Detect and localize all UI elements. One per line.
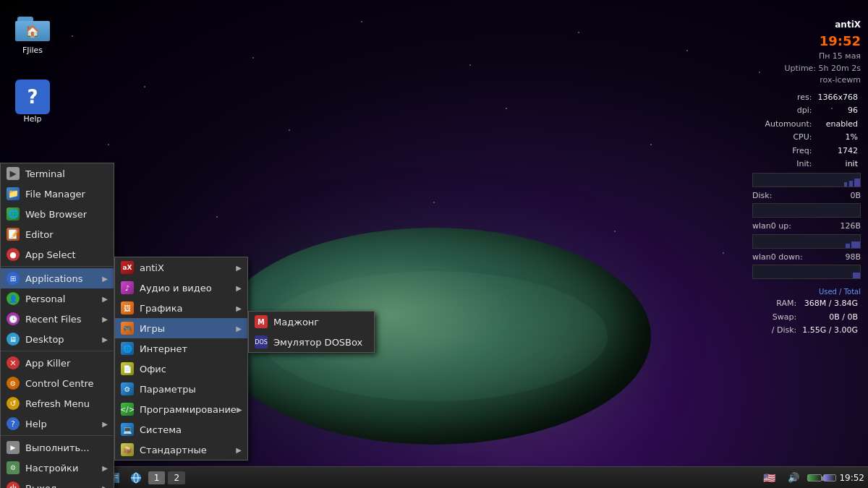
taskbar-clock: 19:52 — [839, 473, 864, 483]
antix-arrow: ▶ — [236, 264, 242, 272]
apps-submenu-graphics[interactable]: 🖼 Графика ▶ — [115, 298, 247, 318]
icon-files-label: FJiles — [22, 46, 43, 55]
sysinfo-date: Пн 15 мая — [752, 51, 861, 63]
web-browser-icon: 🌐 — [7, 207, 20, 221]
sysinfo-freq-label: Freq: — [762, 145, 815, 158]
menu-item-settings[interactable]: ⚙ Настройки ▶ — [1, 458, 114, 478]
menu-item-file-manager[interactable]: 📁 File Manager — [1, 184, 114, 204]
apps-submenu-system-label: Система — [140, 424, 182, 435]
control-centre-icon: ⚙ — [7, 377, 20, 390]
menu-item-exit-label: Выход... — [25, 483, 66, 489]
personal-arrow: ▶ — [102, 295, 108, 303]
internet-icon: 🌐 — [121, 342, 134, 355]
main-menu: ▶ Terminal 📁 File Manager 🌐 Web Browser … — [0, 163, 114, 488]
sysinfo-slash-label: / Disk: — [769, 324, 800, 338]
sysinfo-freq-val: 1742 — [815, 145, 861, 158]
menu-item-control-centre-label: Control Centre — [25, 378, 94, 389]
sysinfo-automount-label: Automount: — [762, 118, 815, 132]
apps-submenu-office[interactable]: 📄 Офис — [115, 359, 247, 379]
wlan-down-graph — [752, 265, 861, 279]
standard-arrow: ▶ — [236, 446, 242, 454]
menu-separator-3 — [1, 435, 114, 436]
menu-item-editor[interactable]: 📝 Editor — [1, 224, 114, 244]
apps-submenu-params-label: Параметры — [140, 384, 196, 395]
desktop-icon-help[interactable]: ? Help — [7, 80, 58, 124]
taskbar-audio-btn[interactable]: 🔊 — [783, 468, 804, 488]
file-manager-icon: 📁 — [7, 187, 20, 200]
apps-submenu-system[interactable]: 💻 Система — [115, 419, 247, 440]
menu-item-app-select[interactable]: ● App Select — [1, 244, 114, 265]
menu-item-personal[interactable]: 👤 Personal ▶ — [1, 288, 114, 309]
games-submenu-dosbox[interactable]: DOS Эмулятор DOSBox — [249, 332, 374, 352]
menu-separator-2 — [1, 351, 114, 351]
recent-files-icon: 🕒 — [7, 312, 20, 325]
apps-submenu-programming[interactable]: </> Программирование ▶ — [115, 399, 247, 419]
games-arrow: ▶ — [236, 325, 242, 333]
menu-item-refresh-menu[interactable]: ↺ Refresh Menu — [1, 393, 114, 414]
sysinfo-disk-label: Disk: — [752, 190, 772, 202]
icon-help-label: Help — [23, 114, 41, 124]
sysinfo-used-total: Used / Total — [752, 286, 861, 297]
apps-submenu-games[interactable]: 🎮 Игры ▶ — [115, 318, 247, 338]
menu-item-control-centre[interactable]: ⚙ Control Centre — [1, 373, 114, 393]
sysinfo-res-val: 1366x768 — [815, 91, 861, 105]
sysinfo-wlan-down-label: wlan0 down: — [752, 252, 803, 264]
menu-item-web-browser[interactable]: 🌐 Web Browser — [1, 204, 114, 224]
apps-submenu-antix[interactable]: aX antiX ▶ — [115, 257, 247, 278]
menu-item-web-browser-label: Web Browser — [25, 209, 87, 220]
terminal-icon: ▶ — [7, 167, 20, 180]
exit-icon: ⏻ — [7, 481, 20, 488]
menu-item-recent-files-label: Recent Files — [25, 314, 82, 325]
sysinfo-swap-val: 0B / 0B — [799, 311, 861, 325]
apps-submenu-programming-label: Программирование — [140, 404, 237, 415]
sysinfo-table: res: 1366x768 dpi: 96 Automount: enabled… — [762, 91, 861, 171]
battery-icon — [807, 474, 822, 481]
audio-icon: ♪ — [121, 281, 134, 294]
games-submenu-mahjong-label: Маджонг — [273, 317, 319, 328]
taskbar-flag-btn[interactable]: 🇺🇸 — [759, 468, 779, 488]
settings-arrow: ▶ — [102, 464, 108, 472]
games-submenu-mahjong[interactable]: M Маджонг — [249, 312, 374, 332]
taskbar-browser-btn[interactable] — [126, 468, 146, 488]
menu-item-app-killer[interactable]: ✕ App Killer — [1, 353, 114, 373]
apps-submenu-internet[interactable]: 🌐 Интернет — [115, 338, 247, 359]
programming-icon: </> — [121, 403, 134, 416]
applications-icon: ⊞ — [7, 272, 20, 285]
menu-item-run[interactable]: ▶ Выполнить... — [1, 437, 114, 458]
apps-submenu-params[interactable]: ⚙ Параметры — [115, 379, 247, 399]
menu-item-help[interactable]: ? Help ▶ — [1, 414, 114, 434]
menu-item-run-label: Выполнить... — [25, 442, 90, 453]
sysinfo-wlan-down-val: 98B — [845, 252, 861, 264]
menu-item-desktop[interactable]: 🖥 Desktop ▶ — [1, 329, 114, 349]
battery2-icon — [823, 474, 836, 481]
menu-item-applications[interactable]: ⊞ Applications ▶ — [1, 268, 114, 288]
dosbox-icon: DOS — [255, 335, 268, 348]
audio-icon: 🔊 — [788, 472, 799, 483]
sysinfo-cpu-label: CPU: — [762, 131, 815, 145]
sysinfo-wlan-up-val: 126B — [840, 221, 861, 233]
desktop-icon-files[interactable]: 🏠 FJiles — [7, 11, 58, 55]
taskbar-browser-icon — [129, 471, 142, 484]
sysinfo-wlan-up-label: wlan0 up: — [752, 221, 791, 233]
apps-submenu-standard[interactable]: 📦 Стандартные ▶ — [115, 440, 247, 460]
menu-item-terminal[interactable]: ▶ Terminal — [1, 163, 114, 184]
taskbar-power-indicator — [807, 474, 836, 481]
exit-arrow: ▶ — [102, 484, 108, 489]
taskbar-workspace-1[interactable]: 1 — [148, 471, 166, 484]
sysinfo-uptime: Uptime: 5h 20m 2s — [752, 63, 861, 75]
sysinfo-init-label: Init: — [762, 158, 815, 171]
apps-submenu-graphics-label: Графика — [140, 303, 183, 314]
apps-submenu-audio[interactable]: ♪ Аудио и видео ▶ — [115, 278, 247, 298]
flag-icon: 🇺🇸 — [763, 472, 775, 484]
taskbar-workspace-2[interactable]: 2 — [168, 471, 185, 484]
run-icon: ▶ — [7, 441, 20, 454]
desktop-menu-icon: 🖥 — [7, 333, 20, 346]
menu-item-recent-files[interactable]: 🕒 Recent Files ▶ — [1, 309, 114, 329]
games-submenu-dosbox-label: Эмулятор DOSBox — [273, 337, 362, 348]
menu-item-exit[interactable]: ⏻ Выход... ▶ — [1, 478, 114, 488]
sysinfo-ram-label: RAM: — [769, 297, 800, 311]
mahjong-icon: M — [255, 315, 268, 328]
menu-item-file-manager-label: File Manager — [25, 189, 85, 200]
menu-item-app-select-label: App Select — [25, 249, 76, 260]
menu-item-settings-label: Настройки — [25, 463, 78, 474]
